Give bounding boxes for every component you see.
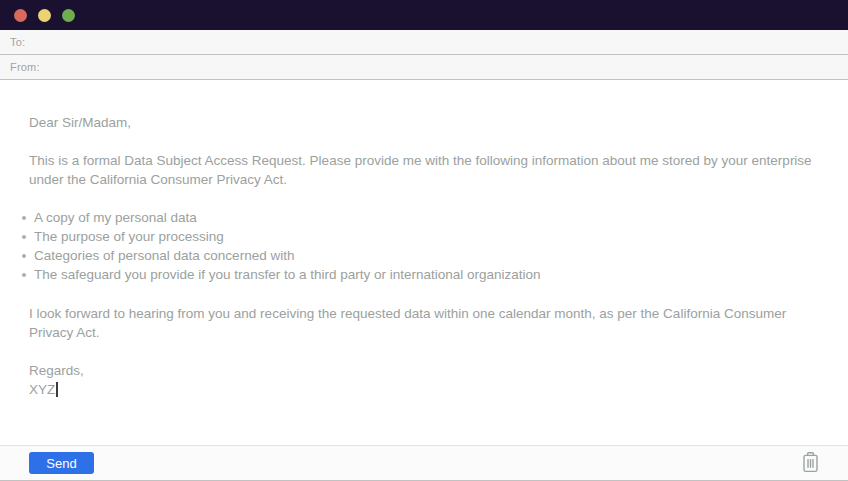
salutation: Dear Sir/Madam, (29, 113, 820, 132)
text-cursor (56, 382, 58, 397)
list-item: Categories of personal data concerned wi… (20, 246, 820, 265)
email-compose-window: To: From: Dear Sir/Madam, This is a form… (0, 0, 848, 481)
titlebar (0, 0, 848, 30)
signature: XYZ (29, 382, 55, 397)
request-items-list: A copy of my personal data The purpose o… (20, 208, 820, 284)
minimize-button[interactable] (38, 9, 51, 22)
list-item: The safeguard you provide if you transfe… (20, 265, 820, 284)
list-item: The purpose of your processing (20, 227, 820, 246)
zoom-button[interactable] (62, 9, 75, 22)
closing: Regards, (29, 361, 820, 380)
signature-line: XYZ (29, 380, 820, 399)
footer-toolbar: Send (0, 445, 848, 481)
from-label: From: (10, 61, 40, 73)
list-item: A copy of my personal data (20, 208, 820, 227)
delete-draft-button[interactable] (801, 451, 820, 476)
to-field[interactable]: To: (0, 30, 848, 55)
to-label: To: (10, 36, 25, 48)
from-field[interactable]: From: (0, 55, 848, 80)
send-button[interactable]: Send (29, 452, 94, 474)
followup-paragraph: I look forward to hearing from you and r… (29, 304, 820, 342)
request-paragraph: This is a formal Data Subject Access Req… (29, 151, 820, 189)
message-body-editor[interactable]: Dear Sir/Madam, This is a formal Data Su… (0, 80, 848, 399)
close-button[interactable] (14, 9, 27, 22)
window-controls (14, 9, 75, 22)
trash-icon (801, 451, 820, 476)
